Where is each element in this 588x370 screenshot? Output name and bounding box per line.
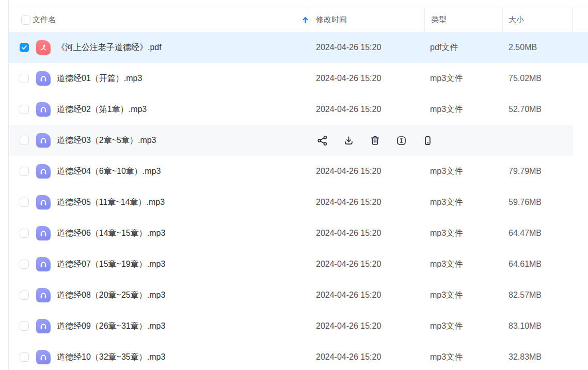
- file-size: 83.10MB: [508, 311, 542, 342]
- audio-file-icon: [36, 319, 51, 333]
- file-modified-time: 2024-04-26 15:20: [316, 218, 381, 249]
- audio-file-icon: [36, 350, 51, 364]
- file-name[interactable]: 道德经08（20章~25章）.mp3: [57, 280, 165, 311]
- row-checkbox[interactable]: [20, 105, 29, 114]
- audio-file-icon: [36, 102, 51, 117]
- file-table-body: 《河上公注老子道德经》.pdf 2024-04-26 15:20 pdf文件 2…: [9, 32, 588, 370]
- file-size: 82.57MB: [508, 280, 542, 311]
- phone-icon[interactable]: [422, 135, 434, 147]
- file-type: mp3文件: [430, 280, 463, 311]
- audio-file-icon: [36, 288, 51, 302]
- column-divider: [502, 7, 503, 32]
- file-size: 59.76MB: [508, 187, 542, 218]
- file-type: mp3文件: [430, 187, 463, 218]
- file-modified-time: 2024-04-26 15:20: [316, 249, 381, 280]
- file-modified-time: 2024-04-26 15:20: [316, 280, 381, 311]
- column-header-type[interactable]: 类型: [431, 7, 447, 32]
- file-name[interactable]: 《河上公注老子道德经》.pdf: [57, 32, 162, 63]
- file-type: mp3文件: [430, 63, 463, 94]
- file-size: 64.61MB: [508, 249, 542, 280]
- file-modified-time: 2024-04-26 15:20: [316, 63, 381, 94]
- file-name[interactable]: 道德经05（11章~14章）.mp3: [57, 187, 165, 218]
- table-row[interactable]: 道德经09（26章~31章）.mp3 2024-04-26 15:20 mp3文…: [9, 311, 588, 342]
- checkmark-icon: [21, 44, 28, 51]
- table-row[interactable]: 道德经04（6章~10章）.mp3 2024-04-26 15:20 mp3文件…: [9, 156, 588, 187]
- file-type: mp3文件: [430, 342, 463, 370]
- file-modified-time: 2024-04-26 15:20: [316, 94, 381, 125]
- audio-file-icon: [36, 133, 51, 148]
- pdf-file-icon: [36, 40, 51, 55]
- trash-icon[interactable]: [369, 135, 381, 147]
- row-checkbox[interactable]: [20, 198, 29, 207]
- rename-icon[interactable]: [395, 135, 407, 147]
- column-header-filename[interactable]: 文件名: [33, 7, 56, 32]
- file-modified-time: 2024-04-26 15:20: [316, 156, 381, 187]
- file-modified-time: 2024-04-26 15:20: [316, 311, 381, 342]
- file-type: pdf文件: [430, 32, 458, 63]
- file-size: 79.79MB: [508, 156, 542, 187]
- file-name[interactable]: 道德经03（2章~5章）.mp3: [57, 125, 156, 156]
- row-checkbox[interactable]: [20, 321, 29, 331]
- file-modified-time: 2024-04-26 15:20: [316, 342, 381, 370]
- file-size: 75.02MB: [508, 63, 542, 94]
- share-icon[interactable]: [316, 135, 328, 147]
- column-header-modified-time[interactable]: 修改时间: [316, 7, 347, 32]
- file-modified-time: 2024-04-26 15:20: [316, 32, 381, 63]
- column-divider: [424, 7, 425, 32]
- audio-file-icon: [36, 257, 51, 271]
- row-checkbox[interactable]: [20, 291, 29, 300]
- row-checkbox[interactable]: [20, 43, 29, 52]
- table-row[interactable]: 道德经10（32章~35章）.mp3 2024-04-26 15:20 mp3文…: [9, 342, 588, 370]
- table-row[interactable]: 道德经07（15章~19章）.mp3 2024-04-26 15:20 mp3文…: [9, 249, 588, 280]
- column-divider: [309, 7, 309, 32]
- audio-file-icon: [36, 195, 51, 210]
- audio-file-icon: [36, 164, 51, 179]
- file-name[interactable]: 道德经10（32章~35章）.mp3: [57, 342, 165, 370]
- table-row[interactable]: 道德经01（开篇）.mp3 2024-04-26 15:20 mp3文件 75.…: [9, 63, 588, 94]
- table-row[interactable]: 道德经08（20章~25章）.mp3 2024-04-26 15:20 mp3文…: [9, 280, 588, 311]
- file-name[interactable]: 道德经07（15章~19章）.mp3: [57, 249, 165, 280]
- file-modified-time: 2024-04-26 15:20: [316, 187, 381, 218]
- column-header-size[interactable]: 大小: [508, 7, 524, 32]
- row-checkbox[interactable]: [20, 260, 29, 269]
- file-type: mp3文件: [430, 218, 463, 249]
- download-icon[interactable]: [343, 135, 355, 147]
- table-row[interactable]: 道德经02（第1章）.mp3 2024-04-26 15:20 mp3文件 52…: [9, 94, 588, 125]
- file-manager-page: 文件名 修改时间 类型 大小 《河上公注老子道德经》.pdf 2024-04-2…: [0, 0, 588, 370]
- file-table-header: 文件名 修改时间 类型 大小: [9, 7, 588, 32]
- file-size: 64.47MB: [508, 218, 542, 249]
- file-name[interactable]: 道德经04（6章~10章）.mp3: [57, 156, 161, 187]
- file-type: mp3文件: [430, 94, 463, 125]
- file-size: 52.70MB: [508, 94, 542, 125]
- table-row[interactable]: 道德经05（11章~14章）.mp3 2024-04-26 15:20 mp3文…: [9, 187, 588, 218]
- row-checkbox[interactable]: [20, 229, 29, 238]
- table-row[interactable]: 道德经06（14章~15章）.mp3 2024-04-26 15:20 mp3文…: [9, 218, 588, 249]
- file-name[interactable]: 道德经06（14章~15章）.mp3: [57, 218, 165, 249]
- file-name[interactable]: 道德经01（开篇）.mp3: [57, 63, 142, 94]
- file-size: 32.83MB: [508, 342, 542, 370]
- row-checkbox[interactable]: [20, 167, 29, 176]
- file-name[interactable]: 道德经02（第1章）.mp3: [57, 94, 147, 125]
- audio-file-icon: [36, 71, 51, 86]
- file-type: mp3文件: [430, 311, 463, 342]
- file-name[interactable]: 道德经09（26章~31章）.mp3: [57, 311, 165, 342]
- select-all-checkbox[interactable]: [21, 15, 30, 25]
- file-size: 2.50MB: [508, 32, 537, 63]
- audio-file-icon: [36, 226, 51, 240]
- row-checkbox[interactable]: [20, 352, 29, 362]
- row-checkbox[interactable]: [20, 136, 29, 145]
- table-row[interactable]: 道德经03（2章~5章）.mp3: [9, 125, 588, 156]
- column-divider: [572, 7, 573, 32]
- file-type: mp3文件: [430, 156, 463, 187]
- row-hover-actions: [316, 125, 434, 156]
- file-type: mp3文件: [430, 249, 463, 280]
- table-row[interactable]: 《河上公注老子道德经》.pdf 2024-04-26 15:20 pdf文件 2…: [9, 32, 588, 63]
- row-checkbox[interactable]: [20, 74, 29, 83]
